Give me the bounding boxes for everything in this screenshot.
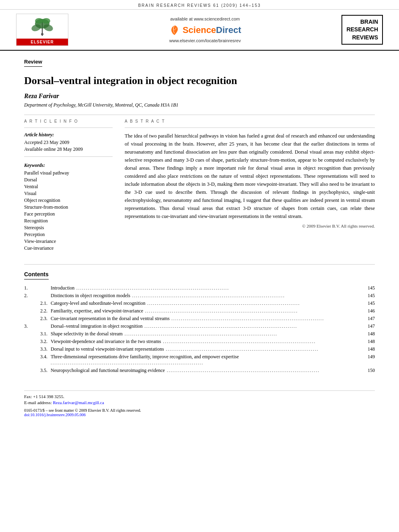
footer-fax: Fax: +1 514 398 3255. — [24, 394, 375, 399]
toc-page: 149 — [363, 353, 375, 367]
elsevier-logo: ELSEVIER — [16, 14, 68, 46]
toc-dots: ........................................… — [165, 368, 320, 373]
article-title: Dorsal–ventral integration in object rec… — [24, 74, 375, 88]
toc-row: 1.Introduction .........................… — [24, 284, 375, 292]
toc-num — [24, 338, 36, 345]
toc-sub-num — [36, 322, 51, 330]
toc-row: 2.2.Familiarity, expertise, and viewpoin… — [24, 307, 375, 315]
toc-dots: ........................................… — [74, 286, 229, 290]
toc-title: Three-dimensional representations drive … — [51, 353, 363, 367]
toc-sub-num: 3.4. — [36, 353, 51, 367]
toc-title: Shape selectivity in the dorsal stream .… — [51, 330, 363, 338]
footer-email-label: E-mail address: — [24, 400, 53, 405]
toc-page: 147 — [363, 322, 375, 330]
toc-dots: ........................................… — [130, 293, 285, 298]
toc-sub-num: 3.2. — [36, 338, 51, 345]
toc-row: 3.3.Dorsal input to ventral viewpoint-in… — [24, 345, 375, 353]
footer-doi[interactable]: doi:10.1016/j.brainresrev.2009.05.006 — [24, 413, 86, 417]
brain-research-line3: REVIEWS — [346, 34, 378, 42]
toc-page: 145 — [363, 284, 375, 292]
available-online: Available online 28 May 2009 — [24, 146, 113, 152]
toc-dots: ........................................… — [143, 308, 298, 313]
keyword-3: Ventral — [24, 184, 113, 190]
toc-title: Neuropsychological and functional neuroi… — [51, 367, 363, 374]
toc-row: 3.4.Three-dimensional representations dr… — [24, 353, 375, 367]
toc-page: 145 — [363, 300, 375, 307]
keyword-11: View-invariance — [24, 238, 113, 244]
article-info-abstract: A R T I C L E I N F O Article history: A… — [24, 119, 375, 252]
toc-sub-num: 3.1. — [36, 330, 51, 338]
toc-row: 3.1.Shape selectivity in the dorsal stre… — [24, 330, 375, 338]
keyword-12: Cue-invariance — [24, 245, 113, 251]
keywords-label: Keywords: — [24, 162, 113, 168]
toc-sub-num: 3.3. — [36, 345, 51, 353]
toc-row: 2.Distinctions in object recognition mod… — [24, 292, 375, 300]
brain-research-logo: BRAIN RESEARCH REVIEWS — [341, 15, 383, 45]
toc-page: 148 — [363, 345, 375, 353]
divider-2 — [24, 127, 113, 128]
toc-title: Distinctions in object recognition model… — [51, 292, 363, 300]
toc-sub-num — [36, 284, 51, 292]
toc-dots: ........................................… — [146, 301, 300, 306]
toc-row: 2.1.Category-level and subordinate-level… — [24, 300, 375, 307]
toc-dots: ........................................… — [51, 360, 204, 365]
toc-dots: ........................................… — [161, 339, 316, 344]
toc-title: Cue-invariant representation in the dors… — [51, 315, 363, 322]
toc-dots: ........................................… — [143, 324, 298, 329]
toc-sub-num: 2.2. — [36, 307, 51, 315]
toc-num — [24, 345, 36, 353]
toc-page: 146 — [363, 307, 375, 315]
divider-1 — [24, 115, 375, 115]
keyword-1: Parallel visual pathway — [24, 170, 113, 176]
footer-email-line: E-mail address: Reza.farivar@mail.mcgill… — [24, 400, 375, 405]
toc-title: Introduction ...........................… — [51, 284, 363, 292]
abstract-copyright: © 2009 Elsevier B.V. All rights reserved… — [125, 224, 375, 228]
header-logos: ELSEVIER available at www.sciencedirect.… — [0, 10, 399, 51]
keyword-4: Visual — [24, 191, 113, 197]
keyword-9: Stereopsis — [24, 225, 113, 231]
toc-row: 2.3.Cue-invariant representation in the … — [24, 315, 375, 322]
toc-sub-num: 3.5. — [36, 367, 51, 374]
abstract-col: A B S T R A C T The idea of two parallel… — [125, 119, 375, 252]
svg-point-5 — [42, 18, 50, 24]
toc-page: 148 — [363, 330, 375, 338]
keyword-6: Structure-from-motion — [24, 204, 113, 210]
article-info-heading: A R T I C L E I N F O — [24, 119, 113, 123]
keyword-2: Dorsal — [24, 177, 113, 183]
toc-title: Viewpoint-dependence and invariance in t… — [51, 338, 363, 345]
section-type-label: Review — [24, 59, 42, 67]
toc-row: 3.5.Neuropsychological and functional ne… — [24, 367, 375, 374]
website-text: www.elsevier.com/locate/brainresrev — [68, 38, 341, 43]
available-text: available at www.sciencedirect.com — [68, 16, 341, 21]
page: BRAIN RESEARCH REVIEWS 61 (2009) 144–153… — [0, 0, 399, 532]
toc-page: 148 — [363, 338, 375, 345]
sciencedirect-wordmark: ScienceDirect — [183, 25, 241, 35]
keyword-10: Perception — [24, 232, 113, 238]
center-header: available at www.sciencedirect.com Scien… — [68, 16, 341, 43]
elsevier-tree-graphic — [16, 14, 68, 39]
footer: Fax: +1 514 398 3255. E-mail address: Re… — [24, 390, 375, 417]
divider-3 — [24, 156, 113, 157]
keyword-5: Object recognition — [24, 197, 113, 203]
toc-sub-num: 2.1. — [36, 300, 51, 307]
toc-title: Dorsal input to ventral viewpoint-invari… — [51, 345, 363, 353]
sd-leaf-icon — [169, 25, 180, 36]
toc-dots: ........................................… — [164, 347, 319, 351]
toc-num: 3. — [24, 322, 36, 330]
sciencedirect-logo: ScienceDirect — [68, 25, 341, 36]
toc-row: 3.Dorsal–ventral integration in object r… — [24, 322, 375, 330]
footer-copyright-text: 0165-0173/$ – see front matter © 2009 El… — [24, 408, 375, 413]
elsevier-tree-svg — [26, 16, 58, 38]
contents-title: Contents — [24, 271, 49, 279]
svg-point-4 — [35, 18, 43, 24]
accepted-date: Accepted 23 May 2009 — [24, 140, 113, 146]
affiliation: Department of Psychology, McGill Univers… — [24, 102, 375, 108]
toc-num — [24, 315, 36, 322]
toc-num — [24, 300, 36, 307]
brain-research-line2: RESEARCH — [346, 26, 378, 34]
footer-email-link[interactable]: Reza.farivar@mail.mcgill.ca — [53, 400, 104, 405]
divider-4 — [125, 127, 375, 128]
toc-row: 3.2.Viewpoint-dependence and invariance … — [24, 338, 375, 345]
article-info-col: A R T I C L E I N F O Article history: A… — [24, 119, 113, 252]
toc-page: 145 — [363, 292, 375, 300]
